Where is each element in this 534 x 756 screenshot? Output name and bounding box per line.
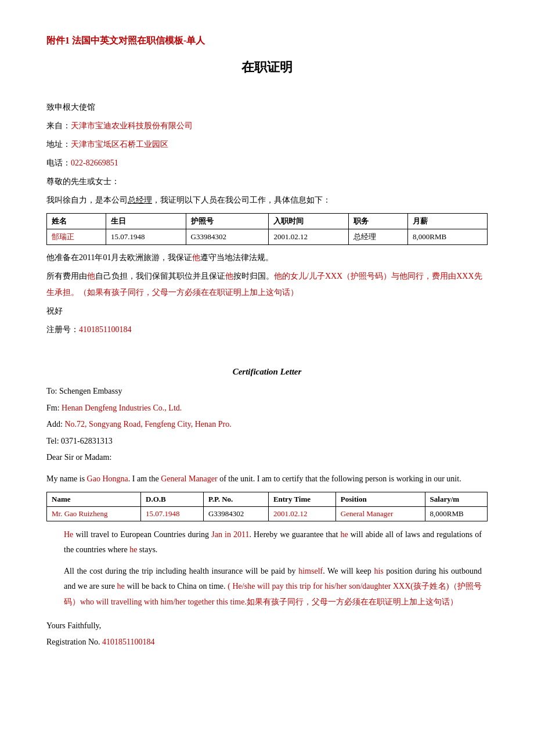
zh-from-label: 来自： [46, 121, 71, 130]
en-cert-title: Certification Letter [46, 367, 488, 377]
en-col-entry: Entry Time [268, 492, 335, 506]
zh-to: 致申根大使馆 [46, 99, 488, 116]
zh-p1: 他准备在2011年01月去欧洲旅游，我保证他遵守当地法律法规。 [46, 250, 488, 266]
zh-title: 附件1 法国中英文对照在职信模板-单人 [46, 35, 488, 47]
zh-addr: 地址：天津市宝坻区石桥工业园区 [46, 136, 488, 153]
en-table-row: Mr. Gao Ruizheng 15.07.1948 G33984302 20… [47, 506, 488, 521]
en-intro: My name is Gao Hongna. I am the General … [46, 471, 488, 487]
en-cell-pos: General Manager [335, 506, 425, 521]
zh-col-pp: 护照号 [186, 214, 269, 229]
zh-table-row: 郜瑞正 15.07.1948 G33984302 2001.02.12 总经理 … [47, 229, 488, 245]
zh-cell-pos: 总经理 [348, 229, 407, 245]
zh-dear: 尊敬的先生或女士： [46, 174, 488, 190]
zh-p2: 所有费用由他自己负担，我们保留其职位并且保证他按时归国。他的女儿/儿子XXX（护… [46, 268, 488, 301]
en-col-name: Name [47, 492, 141, 506]
en-cell-entry: 2001.02.12 [268, 506, 335, 521]
zh-main-title: 在职证明 [46, 59, 488, 76]
en-table: Name D.O.B P.P. No. Entry Time Position … [46, 492, 488, 521]
en-cell-name: Mr. Gao Ruizheng [47, 506, 141, 521]
en-cell-sal: 8,000RMB [425, 506, 487, 521]
zh-addr-value: 天津市宝坻区石桥工业园区 [71, 140, 168, 149]
zh-cell-dob: 15.07.1948 [106, 229, 186, 245]
en-p2: All the cost during the trip including h… [64, 564, 482, 610]
en-p1: He will travel to European Countries dur… [64, 527, 482, 558]
en-reg: Registration No. 4101851100184 [46, 635, 488, 650]
zh-cell-sal: 8,000RMB [408, 229, 488, 245]
en-to: To: Schengen Embassy [46, 384, 488, 399]
zh-tel-label: 电话： [46, 159, 71, 167]
en-p3: Yours Faithfully, [46, 618, 488, 634]
zh-col-name: 姓名 [47, 214, 106, 229]
en-tel: Tel: 0371-62831313 [46, 434, 488, 449]
zh-col-pos: 职务 [348, 214, 407, 229]
en-col-dob: D.O.B [141, 492, 204, 506]
en-dear: Dear Sir or Madam: [46, 450, 488, 466]
zh-col-sal: 月薪 [408, 214, 488, 229]
en-fm: Fm: Henan Dengfeng Industries Co., Ltd. [46, 401, 488, 416]
en-col-pp: P.P. No. [203, 492, 268, 506]
zh-table: 姓名 生日 护照号 入职时间 职务 月薪 郜瑞正 15.07.1948 G339… [46, 213, 488, 245]
en-cell-pp: G33984302 [203, 506, 268, 521]
zh-tel: 电话：022-82669851 [46, 155, 488, 171]
zh-col-dob: 生日 [106, 214, 186, 229]
en-cell-dob: 15.07.1948 [141, 506, 204, 521]
zh-reg: 注册号：4101851100184 [46, 322, 488, 338]
zh-cell-name: 郜瑞正 [47, 229, 106, 245]
en-add: Add: No.72, Songyang Road, Fengfeng City… [46, 417, 488, 433]
zh-tel-value: 022-82669851 [71, 159, 118, 167]
zh-cell-entry: 2001.02.12 [269, 229, 349, 245]
zh-intro: 我叫徐自力，是本公司总经理，我证明以下人员在我公司工作，具体信息如下： [46, 192, 488, 208]
en-col-sal: Salary/m [425, 492, 487, 506]
zh-p3: 祝好 [46, 303, 488, 319]
zh-addr-label: 地址： [46, 140, 71, 149]
zh-from: 来自：天津市宝迪农业科技股份有限公司 [46, 118, 488, 134]
zh-col-entry: 入职时间 [269, 214, 349, 229]
zh-from-value: 天津市宝迪农业科技股份有限公司 [71, 121, 193, 130]
zh-cell-pp: G33984302 [186, 229, 269, 245]
en-col-pos: Position [335, 492, 425, 506]
